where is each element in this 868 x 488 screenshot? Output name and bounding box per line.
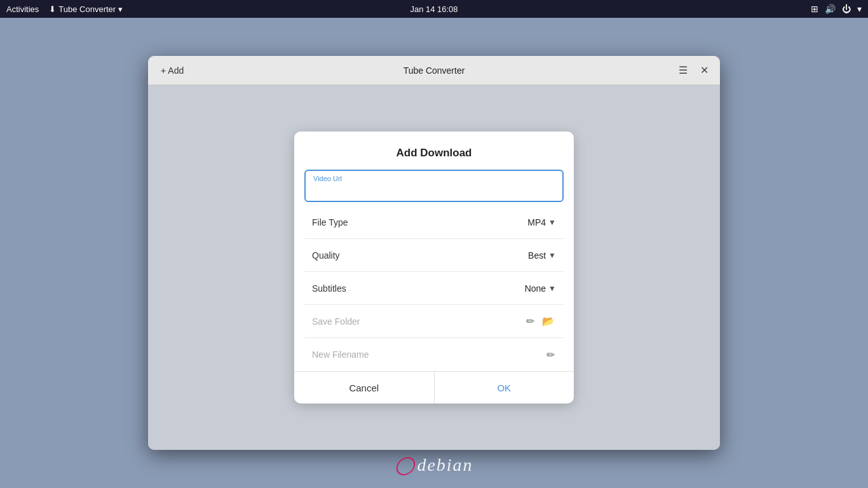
system-arrow-icon: ▾ — [857, 4, 862, 14]
save-folder-row: Save Folder ✏ 📂 — [304, 305, 564, 338]
add-button[interactable]: + Add — [156, 63, 189, 78]
window-titlebar: + Add Tube Converter ☰ ✕ — [148, 56, 720, 85]
power-icon[interactable]: ⏻ — [842, 4, 851, 14]
system-bar-right: ⊞ 🔊 ⏻ ▾ — [811, 4, 862, 14]
subtitles-dropdown[interactable]: None ▼ — [525, 283, 556, 294]
debian-swirl-icon: ◯ — [395, 455, 416, 475]
window-title: Tube Converter — [403, 65, 465, 76]
quality-dropdown[interactable]: Best ▼ — [528, 250, 556, 261]
titlebar-right: ☰ ✕ — [675, 62, 712, 79]
system-bar-left: Activities ⬇ Tube Converter ▾ — [6, 4, 123, 14]
volume-icon[interactable]: 🔊 — [825, 4, 836, 14]
add-download-dialog: Add Download Video Url File Type MP4 ▼ — [294, 132, 574, 403]
edit-filename-button[interactable]: ✏ — [545, 348, 556, 362]
subtitles-value: None — [525, 283, 546, 294]
dialog-title: Add Download — [294, 132, 574, 170]
titlebar-left: + Add — [156, 63, 189, 78]
activities-button[interactable]: Activities — [6, 4, 39, 14]
system-bar: Activities ⬇ Tube Converter ▾ Jan 14 16:… — [0, 0, 868, 18]
quality-row: Quality Best ▼ — [304, 239, 564, 272]
edit-folder-button[interactable]: ✏ — [525, 314, 536, 329]
window-content: Add Download Video Url File Type MP4 ▼ — [148, 85, 720, 450]
file-type-value: MP4 — [527, 217, 546, 227]
app-indicator-arrow: ▾ — [118, 4, 123, 14]
file-type-row: File Type MP4 ▼ — [304, 206, 564, 239]
quality-arrow-icon: ▼ — [548, 251, 556, 260]
quality-value: Best — [528, 250, 546, 261]
cancel-button[interactable]: Cancel — [294, 372, 435, 403]
file-type-label: File Type — [312, 217, 348, 227]
video-url-input[interactable] — [313, 176, 555, 195]
browse-folder-button[interactable]: 📂 — [541, 314, 556, 329]
close-button[interactable]: ✕ — [696, 62, 712, 79]
debian-logo: ◯debian — [395, 454, 473, 475]
subtitles-label: Subtitles — [312, 283, 346, 294]
system-bar-center: Jan 14 16:08 — [410, 4, 458, 14]
quality-label: Quality — [312, 250, 340, 261]
url-input-container[interactable]: Video Url — [304, 170, 564, 202]
subtitles-arrow-icon: ▼ — [548, 284, 556, 293]
app-indicator-label: Tube Converter — [58, 4, 116, 14]
main-area: + Add Tube Converter ☰ ✕ Add Download Vi… — [0, 18, 868, 488]
subtitles-row: Subtitles None ▼ — [304, 272, 564, 305]
app-window: + Add Tube Converter ☰ ✕ Add Download Vi… — [148, 56, 720, 450]
new-filename-row: New Filename ✏ — [304, 338, 564, 371]
save-folder-label: Save Folder — [312, 316, 360, 327]
app-indicator[interactable]: ⬇ Tube Converter ▾ — [49, 4, 123, 14]
dialog-buttons: Cancel OK — [294, 371, 574, 403]
ok-button[interactable]: OK — [435, 372, 574, 403]
file-type-dropdown[interactable]: MP4 ▼ — [527, 217, 556, 227]
dialog-body: Video Url File Type MP4 ▼ Quality — [294, 170, 574, 371]
menu-button[interactable]: ☰ — [675, 62, 691, 79]
file-type-arrow-icon: ▼ — [548, 218, 556, 227]
save-folder-icons: ✏ 📂 — [525, 314, 556, 329]
datetime-label: Jan 14 16:08 — [410, 4, 458, 14]
url-label: Video Url — [313, 175, 342, 182]
network-icon[interactable]: ⊞ — [811, 4, 818, 14]
new-filename-label: New Filename — [312, 349, 369, 360]
app-download-icon: ⬇ — [49, 4, 56, 14]
debian-logo-text: debian — [417, 455, 473, 475]
